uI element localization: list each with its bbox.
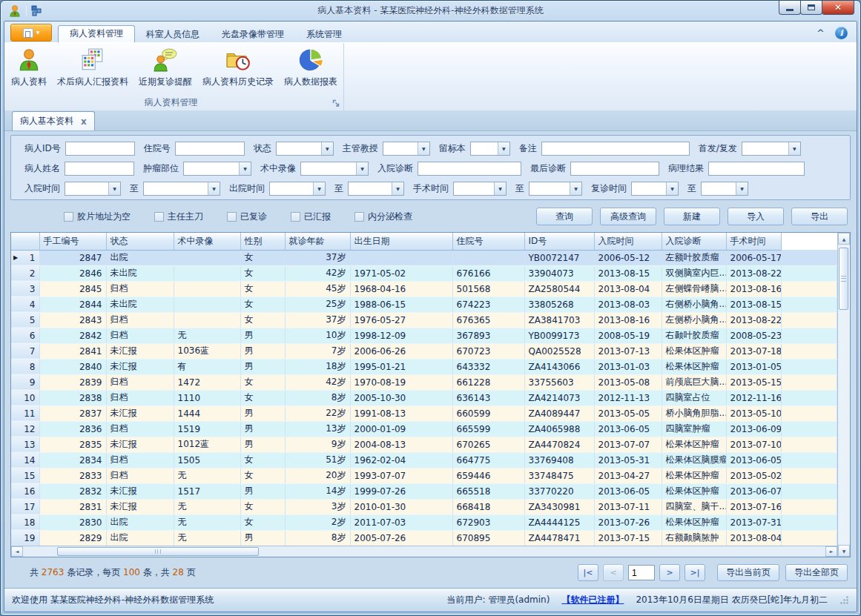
cell-birth[interactable]: 1995-01-21 <box>350 359 452 374</box>
last-page-button[interactable]: >| <box>684 564 705 581</box>
cell-birth[interactable]: 1968-04-16 <box>350 281 452 297</box>
cell-diagnosis[interactable]: 双侧脑室内巨... <box>662 265 726 281</box>
row-indicator[interactable]: 4 <box>11 297 39 312</box>
cell-gender[interactable]: 女 <box>240 468 285 483</box>
cell-admit-date[interactable]: 2013-07-11 <box>594 499 662 514</box>
cell-diagnosis[interactable]: 松果体区肿瘤 <box>662 437 726 452</box>
cell-inpatient-no[interactable]: 661228 <box>452 374 524 390</box>
cell-video[interactable]: 1444 <box>174 405 240 421</box>
ribbon-button-postop-report-data[interactable]: 术后病人汇报资料 <box>52 45 133 90</box>
cell-manual-no[interactable]: 2838 <box>39 390 106 405</box>
minimize-button[interactable] <box>779 1 801 15</box>
cell-birth[interactable]: 1976-05-27 <box>350 312 452 328</box>
row-indicator[interactable]: 8 <box>11 359 39 374</box>
cell-status[interactable]: 未汇报 <box>106 405 174 421</box>
cell-surgery-date[interactable]: 2013-05-10 <box>726 405 782 421</box>
cell-age[interactable]: 8岁 <box>285 530 350 546</box>
cell-manual-no[interactable]: 2839 <box>39 374 106 390</box>
ribbon-button-patient-history[interactable]: 病人资料历史记录 <box>197 45 279 90</box>
cell-manual-no[interactable]: 2830 <box>39 514 106 530</box>
revisit-from-combo-value[interactable] <box>632 182 666 195</box>
cell-gender[interactable]: 女 <box>240 265 285 281</box>
cell-birth[interactable]: 2004-08-13 <box>350 437 452 452</box>
cell-status[interactable]: 归档 <box>106 390 174 405</box>
table-row[interactable]: 152833归档无女20岁1993-07-0765944633748475201… <box>11 468 837 483</box>
cell-video[interactable]: 无 <box>174 499 240 514</box>
cell-manual-no[interactable]: 2835 <box>39 437 106 452</box>
chevron-down-icon[interactable]: ▼ <box>239 162 251 175</box>
cell-id-no[interactable]: ZA3841703 <box>524 312 594 328</box>
prev-page-button[interactable]: < <box>603 564 624 581</box>
cell-id-no[interactable]: ZA4478471 <box>524 530 594 546</box>
row-indicator[interactable]: 11 <box>11 405 39 421</box>
cell-birth[interactable] <box>350 250 452 265</box>
chevron-down-icon[interactable]: ▼ <box>208 182 220 195</box>
cell-diagnosis[interactable]: 桥小脑角胆脂... <box>662 405 726 421</box>
cell-status[interactable]: 未汇报 <box>106 343 174 359</box>
app-menu-button[interactable]: ▼ <box>10 24 52 42</box>
surgery-from-combo[interactable]: ▼ <box>453 182 507 196</box>
cell-age[interactable]: 2岁 <box>285 514 350 530</box>
chevron-down-icon[interactable]: ▼ <box>392 182 403 195</box>
cell-status[interactable]: 归档 <box>106 281 174 297</box>
cell-birth[interactable]: 1991-08-13 <box>350 405 452 421</box>
cell-admit-date[interactable]: 2013-07-13 <box>594 343 662 359</box>
cell-admit-date[interactable]: 2013-05-08 <box>594 374 662 390</box>
cell-id-no[interactable]: ZA3430981 <box>524 499 594 514</box>
cell-birth[interactable]: 1999-07-26 <box>350 483 452 499</box>
chevron-down-icon[interactable]: ▼ <box>570 182 581 195</box>
cell-admit-date[interactable]: 2006-05-12 <box>594 250 662 265</box>
chevron-down-icon[interactable]: ▼ <box>498 142 509 155</box>
chevron-down-icon[interactable]: ▼ <box>418 142 429 155</box>
cell-status[interactable]: 归档 <box>106 312 174 328</box>
vertical-scroll-thumb[interactable] <box>839 248 848 310</box>
cell-surgery-date[interactable]: 2013-08-16 <box>726 281 782 297</box>
cell-inpatient-no[interactable]: 664775 <box>452 452 524 468</box>
cell-surgery-date[interactable]: 2012-11-16 <box>726 390 782 405</box>
cell-inpatient-no[interactable]: 660599 <box>452 405 524 421</box>
cell-video[interactable]: 有 <box>174 359 240 374</box>
cell-inpatient-no[interactable]: 672903 <box>452 514 524 530</box>
row-indicator[interactable]: 19 <box>11 530 39 546</box>
cell-diagnosis[interactable]: 松果体区肿瘤 <box>662 483 726 499</box>
cell-manual-no[interactable]: 2829 <box>39 530 106 546</box>
column-header-surgery-video[interactable]: 术中录像 <box>174 233 240 250</box>
table-row[interactable]: 172831未汇报无女3岁2010-01-30668418ZA343098120… <box>11 499 837 514</box>
row-indicator[interactable]: 10 <box>11 390 39 405</box>
checkbox-chief-surgeon[interactable]: 主任主刀 <box>154 211 203 223</box>
cell-video[interactable]: 1472 <box>174 374 240 390</box>
checkbox-box[interactable] <box>64 212 73 222</box>
row-indicator[interactable]: 14 <box>11 452 39 468</box>
cell-video[interactable] <box>174 265 240 281</box>
cell-diagnosis[interactable]: 右颞叶胶质瘤 <box>662 328 726 343</box>
surgery-video-combo[interactable]: ▼ <box>300 162 369 176</box>
cell-admit-date[interactable]: 2013-06-05 <box>594 421 662 437</box>
cell-surgery-date[interactable]: 2013-05-02 <box>726 468 782 483</box>
horizontal-scrollbar[interactable]: ◄ ► <box>11 546 837 557</box>
horizontal-scroll-track[interactable] <box>23 546 825 557</box>
revisit-to-combo-value[interactable] <box>702 182 736 195</box>
table-row[interactable]: 52843归档女37岁1976-05-27676365ZA38417032013… <box>11 312 837 328</box>
admit-from-combo[interactable]: ▼ <box>65 182 121 196</box>
cell-admit-date[interactable]: 2012-11-13 <box>594 390 662 405</box>
column-header-inpatient-no[interactable]: 住院号 <box>452 233 524 250</box>
cell-birth[interactable]: 1971-05-02 <box>350 265 452 281</box>
cell-admit-date[interactable]: 2013-07-15 <box>594 530 662 546</box>
cell-manual-no[interactable]: 2834 <box>39 452 106 468</box>
cell-diagnosis[interactable]: 右侧桥小脑角... <box>662 297 726 312</box>
cell-id-no[interactable]: ZA4214073 <box>524 390 594 405</box>
export-all-pages-button[interactable]: 导出全部页 <box>785 564 848 581</box>
advanced-query-button[interactable]: 高级查询 <box>600 208 656 225</box>
chevron-down-icon[interactable]: ▼ <box>108 182 120 195</box>
cell-birth[interactable]: 2000-01-09 <box>350 421 452 437</box>
cell-surgery-date[interactable]: 2013-06-05 <box>726 452 782 468</box>
chevron-down-icon[interactable]: ▼ <box>736 182 748 195</box>
checkbox-endocrine-exam[interactable]: 内分泌检查 <box>354 211 412 223</box>
inpatient-no-input[interactable] <box>175 142 245 156</box>
registered-link[interactable]: 【软件已注册】 <box>561 594 624 606</box>
cell-surgery-date[interactable]: 2013-07-10 <box>726 437 782 452</box>
cell-surgery-date[interactable]: 2013-08-15 <box>726 297 782 312</box>
checkbox-film-address-empty[interactable]: 胶片地址为空 <box>64 211 131 223</box>
vertical-scrollbar[interactable]: ▲ ▼ <box>837 233 850 557</box>
page-input[interactable] <box>628 565 655 580</box>
